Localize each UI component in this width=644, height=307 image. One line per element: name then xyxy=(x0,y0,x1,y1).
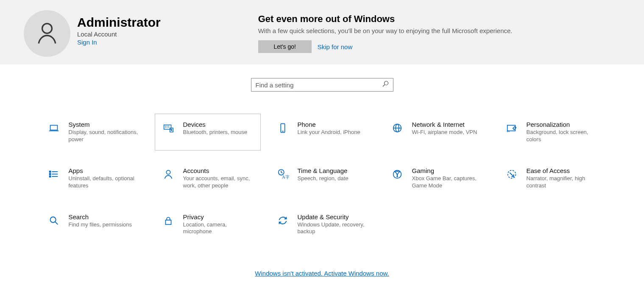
search-box[interactable] xyxy=(251,78,393,92)
tile-sub: Your accounts, email, sync, work, other … xyxy=(183,175,254,190)
tile-title: Phone xyxy=(298,121,360,128)
tile-title: Update & Security xyxy=(298,213,369,220)
tile-title: Ease of Access xyxy=(527,167,598,174)
tile-title: Accounts xyxy=(183,167,254,174)
lock-icon xyxy=(161,213,176,228)
phone-icon xyxy=(276,121,290,135)
signin-link[interactable]: Sign In xyxy=(77,39,161,46)
tile-sub: Background, lock screen, colors xyxy=(527,129,598,143)
promo-title: Get even more out of Windows xyxy=(258,14,513,25)
tile-system[interactable]: System Display, sound, notifications, po… xyxy=(40,114,146,151)
tile-title: Apps xyxy=(69,167,140,174)
user-account-type: Local Account xyxy=(77,31,161,38)
globe-icon xyxy=(390,121,404,135)
tile-sub: Location, camera, microphone xyxy=(183,221,254,236)
svg-rect-22 xyxy=(49,171,50,172)
tile-sub: Uninstall, defaults, optional features xyxy=(69,175,140,190)
tile-title: Devices xyxy=(183,121,248,128)
search-icon xyxy=(382,81,389,89)
tile-update-security[interactable]: Update & Security Windows Update, recove… xyxy=(269,206,375,243)
lets-go-button[interactable]: Let's go! xyxy=(258,40,312,53)
tile-title: Gaming xyxy=(412,167,483,174)
promo-subtitle: With a few quick selections, you'll be o… xyxy=(258,27,513,34)
skip-link[interactable]: Skip for now xyxy=(318,43,353,50)
tile-sub: Windows Update, recovery, backup xyxy=(298,221,369,236)
tile-sub: Wi-Fi, airplane mode, VPN xyxy=(412,129,477,136)
activate-windows-link[interactable]: Windows isn't activated. Activate Window… xyxy=(255,270,389,277)
tile-time-language[interactable]: A字 Time & Language Speech, region, date xyxy=(269,160,375,197)
paintbrush-icon xyxy=(505,121,519,135)
tile-devices[interactable]: Devices Bluetooth, printers, mouse xyxy=(155,114,261,151)
magnify-icon xyxy=(47,213,61,228)
header-band: Administrator Local Account Sign In Get … xyxy=(0,0,644,64)
tile-sub: Link your Android, iPhone xyxy=(298,129,360,136)
promo-actions: Let's go! Skip for now xyxy=(258,40,513,53)
sync-icon xyxy=(276,213,290,228)
accessibility-icon xyxy=(505,167,519,181)
svg-point-1 xyxy=(384,81,388,85)
tile-title: Personalization xyxy=(527,121,598,128)
svg-text:A字: A字 xyxy=(282,175,289,179)
settings-grid: System Display, sound, notifications, po… xyxy=(40,114,604,243)
svg-rect-26 xyxy=(49,176,50,177)
tile-privacy[interactable]: Privacy Location, camera, microphone xyxy=(155,206,261,243)
svg-point-33 xyxy=(50,217,56,222)
svg-rect-35 xyxy=(165,220,171,224)
tile-apps[interactable]: Apps Uninstall, defaults, optional featu… xyxy=(40,160,146,197)
tile-sub: Bluetooth, printers, mouse xyxy=(183,129,248,136)
tile-personalization[interactable]: Personalization Background, lock screen,… xyxy=(498,114,604,151)
footer: Windows isn't activated. Activate Window… xyxy=(0,270,644,277)
tile-title: System xyxy=(69,121,140,128)
svg-rect-3 xyxy=(50,125,57,130)
tile-sub: Narrator, magnifier, high contrast xyxy=(527,175,598,190)
tile-sub: Xbox Game Bar, captures, Game Mode xyxy=(412,175,483,190)
tile-title: Time & Language xyxy=(298,167,348,174)
tile-search[interactable]: Search Find my files, permissions xyxy=(40,206,146,243)
tile-ease-of-access[interactable]: Ease of Access Narrator, magnifier, high… xyxy=(498,160,604,197)
keyboard-icon xyxy=(161,121,176,135)
svg-point-0 xyxy=(42,23,52,33)
svg-line-2 xyxy=(383,85,385,87)
svg-line-34 xyxy=(55,221,58,224)
tile-title: Network & Internet xyxy=(412,121,477,128)
tile-accounts[interactable]: Accounts Your accounts, email, sync, wor… xyxy=(155,160,261,197)
avatar xyxy=(24,10,70,57)
user-text: Administrator Local Account Sign In xyxy=(77,15,161,46)
laptop-icon xyxy=(47,121,61,135)
person-icon xyxy=(161,167,176,181)
tile-gaming[interactable]: Gaming Xbox Game Bar, captures, Game Mod… xyxy=(384,160,490,197)
tile-sub: Find my files, permissions xyxy=(69,221,132,229)
svg-point-13 xyxy=(171,130,172,131)
tile-phone[interactable]: Phone Link your Android, iPhone xyxy=(269,114,375,151)
tile-title: Search xyxy=(69,213,132,220)
search-wrap xyxy=(0,78,644,92)
xbox-icon xyxy=(390,167,404,181)
tile-title: Privacy xyxy=(183,213,254,220)
tile-network[interactable]: Network & Internet Wi-Fi, airplane mode,… xyxy=(384,114,490,151)
tile-sub: Display, sound, notifications, power xyxy=(69,129,140,143)
time-language-icon: A字 xyxy=(276,167,290,181)
user-name: Administrator xyxy=(77,15,161,30)
promo-block: Get even more out of Windows With a few … xyxy=(258,14,513,53)
search-input[interactable] xyxy=(256,81,382,89)
user-block: Administrator Local Account Sign In xyxy=(24,10,161,57)
user-icon xyxy=(36,21,58,46)
tile-sub: Speech, region, date xyxy=(298,175,348,182)
svg-point-28 xyxy=(166,170,170,174)
list-icon xyxy=(47,167,61,181)
svg-rect-24 xyxy=(49,173,50,175)
